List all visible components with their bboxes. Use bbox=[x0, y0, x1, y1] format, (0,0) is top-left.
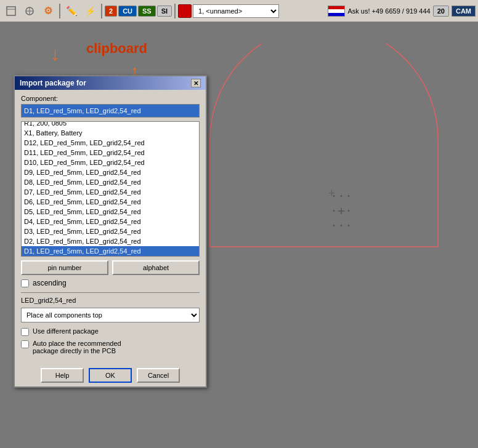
use-different-row: Use different package bbox=[21, 327, 200, 336]
list-item[interactable]: D5, LED_red_5mm, LED_grid2,54_red bbox=[22, 207, 199, 217]
toolbar-badge-green: SS bbox=[138, 6, 156, 17]
ascending-checkbox[interactable] bbox=[21, 279, 29, 287]
list-item[interactable]: D3, LED_red_5mm, LED_grid2,54_red bbox=[22, 226, 199, 236]
auto-place-sub: package directly in the PCB bbox=[33, 347, 121, 354]
list-item[interactable]: D8, LED_red_5mm, LED_grid2,54_red bbox=[22, 177, 199, 187]
list-item[interactable]: D4, LED_red_5mm, LED_grid2,54_red bbox=[22, 217, 199, 226]
alphabet-button[interactable]: alphabet bbox=[112, 260, 200, 275]
svg-rect-0 bbox=[7, 7, 15, 15]
cam-badge: CAM bbox=[452, 6, 476, 17]
ok-button[interactable]: OK bbox=[89, 368, 132, 383]
help-button[interactable]: Help bbox=[41, 368, 84, 383]
dialog-buttons: Help OK Cancel bbox=[15, 363, 206, 386]
list-item[interactable]: D2, LED_red_5mm, LED_grid2,54_red bbox=[22, 236, 199, 246]
list-item[interactable]: D6, LED_red_5mm, LED_grid2,54_red bbox=[22, 197, 199, 207]
stop-button[interactable] bbox=[178, 4, 192, 18]
pin-number-button[interactable]: pin number bbox=[21, 260, 108, 275]
separator bbox=[21, 292, 200, 293]
toolbar-sep-2 bbox=[101, 4, 102, 18]
list-item[interactable]: D7, LED_red_5mm, LED_grid2,54_red bbox=[22, 187, 199, 197]
package-name: LED_grid2,54_red bbox=[21, 297, 200, 304]
cancel-button[interactable]: Cancel bbox=[137, 368, 180, 383]
auto-place-checkbox[interactable] bbox=[21, 340, 29, 348]
ascending-row: ascending bbox=[21, 279, 200, 287]
list-item[interactable]: R1, 200, 0805 bbox=[22, 121, 199, 128]
use-different-checkbox[interactable] bbox=[21, 328, 29, 336]
placement-dropdown[interactable]: Place all components topPlace all compon… bbox=[21, 308, 200, 322]
ask-label: Ask us! +49 6659 / 919 444 bbox=[347, 7, 430, 15]
auto-place-label: Auto place the recommended bbox=[33, 340, 121, 347]
dialog-close-button[interactable]: ✕ bbox=[191, 79, 201, 87]
toolbar-icon-2[interactable] bbox=[21, 2, 38, 20]
project-dropdown[interactable]: 1, <unnamed> bbox=[193, 4, 279, 18]
ascending-label: ascending bbox=[33, 279, 67, 287]
flag-icon bbox=[328, 6, 345, 17]
list-item[interactable]: D11, LED_red_5mm, LED_grid2,54_red bbox=[22, 148, 199, 158]
list-item[interactable]: D1, LED_red_5mm, LED_grid2,54_red bbox=[22, 246, 199, 256]
list-item[interactable]: D9, LED_red_5mm, LED_grid2,54_red bbox=[22, 167, 199, 177]
pcb-shape bbox=[204, 44, 444, 253]
list-item[interactable]: D12, LED_red_5mm, LED_grid2,54_red bbox=[22, 138, 199, 148]
toolbar-badge-blue: CU bbox=[118, 6, 137, 17]
dialog-content: Component: Free packageS1, Pushbutton_qu… bbox=[15, 90, 206, 363]
list-item[interactable]: D10, LED_red_5mm, LED_grid2,54_red bbox=[22, 158, 199, 167]
toolbar-icon-4[interactable]: ✏️ bbox=[63, 2, 80, 20]
toolbar: ⚙ ✏️ ⚡ 2 CU SS SI 1, <unnamed> Ask us! +… bbox=[0, 0, 478, 22]
component-label: Component: bbox=[21, 95, 200, 102]
dialog-titlebar: Import package for ✕ bbox=[15, 76, 206, 90]
auto-place-label-group: Auto place the recommended package direc… bbox=[33, 340, 121, 354]
toolbar-icon-5[interactable]: ⚡ bbox=[81, 2, 99, 20]
auto-place-row: Auto place the recommended package direc… bbox=[21, 340, 200, 354]
use-different-label: Use different package bbox=[33, 327, 99, 335]
toolbar-sep-1 bbox=[59, 4, 60, 18]
toolbar-num-badge: 20 bbox=[433, 6, 449, 17]
toolbar-icon-3[interactable]: ⚙ bbox=[39, 2, 57, 20]
toolbar-badge-gray: SI bbox=[157, 6, 172, 17]
toolbar-right: Ask us! +49 6659 / 919 444 20 CAM bbox=[328, 6, 476, 17]
component-list[interactable]: Free packageS1, Pushbutton_quicklift, Pu… bbox=[21, 121, 200, 257]
sort-row: pin number alphabet bbox=[21, 260, 200, 275]
list-item[interactable]: X1, Battery, Battery bbox=[22, 128, 199, 138]
dialog-title: Import package for bbox=[20, 79, 86, 87]
toolbar-icon-1[interactable] bbox=[2, 2, 20, 20]
main-area: ····+···· ↓ clipboard ↑ Import package f… bbox=[0, 22, 478, 448]
import-package-dialog: Import package for ✕ Component: Free pac… bbox=[14, 75, 207, 388]
toolbar-badge-red: 2 bbox=[105, 6, 117, 17]
toolbar-sep-3 bbox=[174, 4, 176, 18]
component-input[interactable] bbox=[21, 104, 200, 118]
